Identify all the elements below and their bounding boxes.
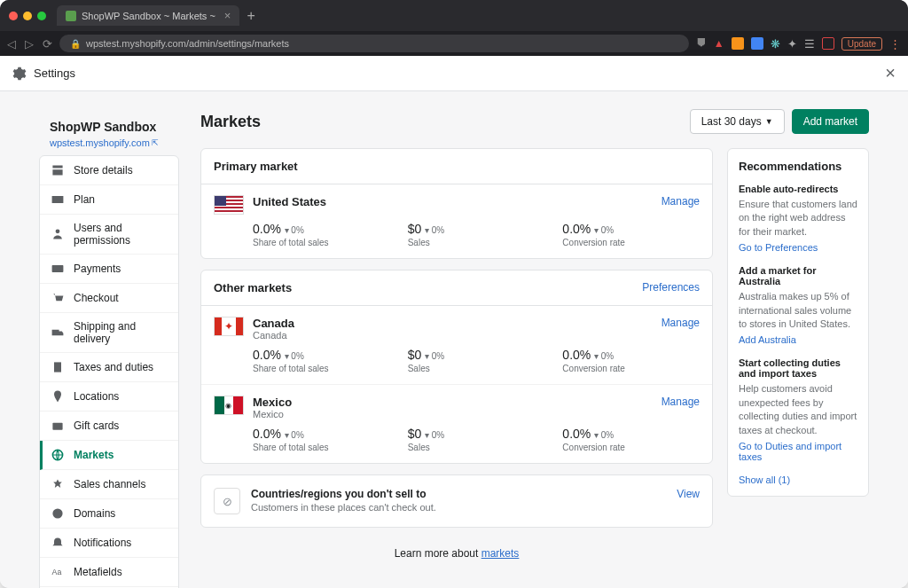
primary-heading: Primary market <box>214 160 298 173</box>
extension-icon[interactable] <box>751 37 763 50</box>
sidebar-item-notifications[interactable]: Notifications <box>40 529 178 558</box>
forward-button[interactable]: ▷ <box>25 37 34 51</box>
topbar-title: Settings <box>34 67 75 80</box>
sidebar-item-checkout[interactable]: Checkout <box>40 284 178 313</box>
market-name: Mexico <box>253 396 292 409</box>
browser-chrome: ShopWP Sandbox ~ Markets ~ × + ◁ ▷ ⟳ 🔒 w… <box>0 0 908 56</box>
store-url-link[interactable]: wpstest.myshopify.com ⇱ <box>50 137 168 148</box>
no-sell-card: ⊘ Countries/regions you don't sell to Cu… <box>200 474 713 528</box>
sidebar-item-markets[interactable]: Markets <box>40 441 178 470</box>
sidebar-item-plan[interactable]: Plan <box>40 185 178 215</box>
sidebar: ShopWP Sandbox wpstest.myshopify.com ⇱ S… <box>39 109 179 574</box>
svg-text:Aa: Aa <box>52 568 62 576</box>
primary-market-card: Primary market United States Manage <box>200 148 713 259</box>
reco-heading: Recommendations <box>739 160 857 173</box>
url-input[interactable]: 🔒 wpstest.myshopify.com/admin/settings/m… <box>59 35 689 52</box>
learn-more: Learn more about markets <box>200 547 713 560</box>
recommendations-panel: Recommendations Enable auto-redirects En… <box>727 148 869 497</box>
window-maximize[interactable] <box>37 12 46 20</box>
extensions-menu-icon[interactable]: ✦ <box>787 37 797 51</box>
blocked-icon: ⊘ <box>214 488 240 514</box>
extension-icon[interactable] <box>822 37 834 50</box>
no-sell-title: Countries/regions you don't sell to <box>251 488 436 500</box>
chevron-down-icon: ▼ <box>765 117 773 126</box>
sidebar-item-users[interactable]: Users and permissions <box>40 215 178 255</box>
main-content: Markets Last 30 days ▼ Add market Primar… <box>200 109 869 574</box>
tab-title: ShopWP Sandbox ~ Markets ~ <box>82 11 215 21</box>
other-markets-card: Other markets Preferences ✦ Canada Canad… <box>200 270 713 464</box>
sidebar-item-gift-cards[interactable]: Gift cards <box>40 412 178 441</box>
reload-button[interactable]: ⟳ <box>43 37 52 51</box>
market-name: United States <box>253 195 326 208</box>
add-market-button[interactable]: Add market <box>792 109 869 134</box>
svg-point-0 <box>56 229 60 233</box>
warning-icon[interactable]: ▲ <box>714 37 724 50</box>
preferences-link[interactable]: Preferences <box>642 281 700 294</box>
lock-icon: 🔒 <box>70 39 81 49</box>
manage-link[interactable]: Manage <box>661 396 700 408</box>
markets-help-link[interactable]: markets <box>481 547 520 560</box>
extension-icon[interactable]: ❋ <box>771 37 780 51</box>
tab-close-icon[interactable]: × <box>224 9 231 22</box>
page-title: Markets <box>200 113 261 131</box>
svg-rect-2 <box>52 423 62 430</box>
reading-list-icon[interactable]: ☰ <box>804 37 815 51</box>
back-button[interactable]: ◁ <box>7 37 16 51</box>
other-heading: Other markets <box>214 281 292 294</box>
flag-us-icon <box>214 195 244 215</box>
sidebar-item-store-details[interactable]: Store details <box>40 156 178 185</box>
window-close[interactable] <box>9 12 18 20</box>
update-button[interactable]: Update <box>841 37 882 51</box>
show-all-link[interactable]: Show all (1) <box>739 474 857 485</box>
market-name: Canada <box>253 317 294 330</box>
new-tab-button[interactable]: + <box>247 8 254 24</box>
menu-icon[interactable]: ⋮ <box>889 37 901 51</box>
manage-link[interactable]: Manage <box>661 195 700 208</box>
store-name: ShopWP Sandbox <box>50 120 168 134</box>
reco-link[interactable]: Go to Preferences <box>739 242 857 253</box>
sidebar-item-locations[interactable]: Locations <box>40 382 178 412</box>
sidebar-item-shipping[interactable]: Shipping and delivery <box>40 313 178 353</box>
close-button[interactable]: × <box>885 63 896 83</box>
sidebar-item-metafields[interactable]: AaMetafields <box>40 558 178 587</box>
svg-rect-1 <box>52 265 64 272</box>
sidebar-item-payments[interactable]: Payments <box>40 255 178 284</box>
manage-link[interactable]: Manage <box>661 317 700 329</box>
window-minimize[interactable] <box>23 12 32 20</box>
date-filter-dropdown[interactable]: Last 30 days ▼ <box>690 109 785 134</box>
flag-ca-icon: ✦ <box>214 317 244 336</box>
reco-link[interactable]: Go to Duties and import taxes <box>739 441 857 462</box>
browser-tab[interactable]: ShopWP Sandbox ~ Markets ~ × <box>57 5 239 26</box>
favicon <box>66 11 76 21</box>
flag-mx-icon: ◉ <box>214 396 244 415</box>
url-text: wpstest.myshopify.com/admin/settings/mar… <box>86 38 289 49</box>
gear-icon <box>12 67 27 81</box>
shield-icon[interactable]: ⛊ <box>696 37 707 50</box>
svg-point-4 <box>52 508 62 518</box>
sidebar-item-taxes[interactable]: Taxes and duties <box>40 353 178 382</box>
external-link-icon: ⇱ <box>152 138 159 147</box>
view-link[interactable]: View <box>677 488 700 500</box>
sidebar-item-domains[interactable]: Domains <box>40 499 178 529</box>
reco-link[interactable]: Add Australia <box>739 334 857 345</box>
app-frame: Settings × ShopWP Sandbox wpstest.myshop… <box>0 56 908 588</box>
extension-icon[interactable] <box>732 37 744 50</box>
sidebar-item-sales-channels[interactable]: Sales channels <box>40 470 178 499</box>
